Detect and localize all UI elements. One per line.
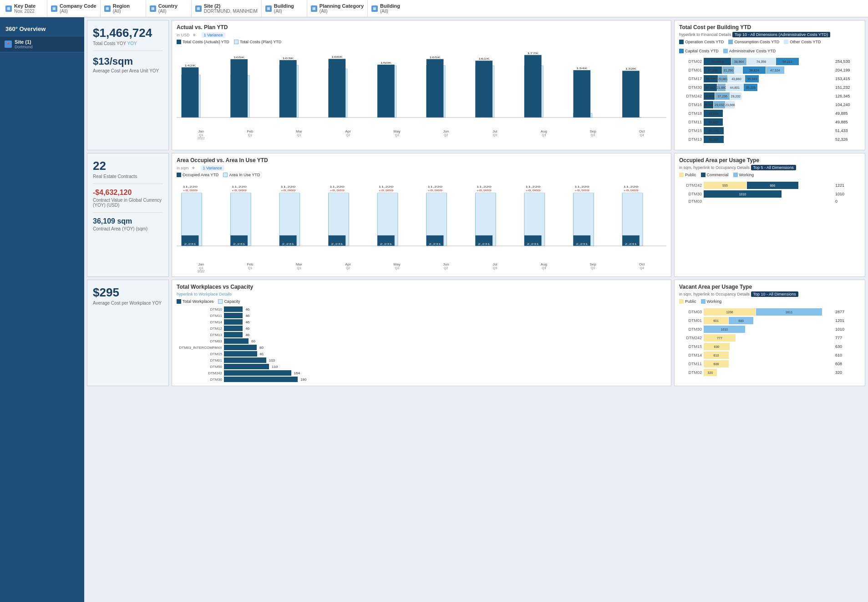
- hbar-building-label: DTM18: [679, 111, 702, 116]
- hbar-total: 52,326: [835, 137, 860, 142]
- filter-item-region[interactable]: ▦ Region (All): [101, 0, 146, 17]
- occupied-top-label[interactable]: Top 5 - All Dimensions: [751, 165, 796, 170]
- x-axis-group: JulQ3: [471, 129, 520, 140]
- chart-header: in USD ✧ 1 Variance: [177, 32, 666, 38]
- hbar-total: 1010: [835, 327, 860, 332]
- svg-text:+8,989: +8,989: [623, 189, 638, 192]
- wp-hyperlink[interactable]: hyperlink to Workplace Details: [177, 292, 666, 296]
- hbar-bars: 52,326: [704, 136, 832, 143]
- occupied-panel-title: Occupied Area per Usage Type: [679, 157, 860, 163]
- svg-text:+8,989: +8,989: [280, 189, 295, 192]
- svg-rect-16: [426, 59, 444, 117]
- hbar-segment-working: 1611: [756, 308, 822, 316]
- wp-workplaces-bar: [224, 370, 291, 376]
- filter-item-company-code[interactable]: ▦ Company Code (All): [47, 0, 101, 17]
- hbar-total: 610: [835, 353, 860, 357]
- filter-item-planning-category[interactable]: ▦ Planning Category (All): [307, 0, 368, 17]
- hbar-building-label: DTM16: [679, 102, 702, 107]
- hbar-total: 126,345: [835, 94, 860, 98]
- hbar-building-label: DTM13: [679, 137, 702, 142]
- wp-row: DTM1581: [177, 351, 666, 357]
- hbar-row: DTM1551,43351,433: [679, 127, 860, 134]
- hbar-row: DTM15630630: [679, 343, 860, 350]
- section3-kpi: $295 Average Cost per Workplace YOY: [87, 280, 169, 386]
- legend-label: Operation Costs YTD: [685, 40, 724, 44]
- hbar-label: DTM242: [679, 183, 702, 188]
- filter-item-key-date[interactable]: ▦ Key Date Nov. 2022: [2, 0, 47, 17]
- filter-item-building2[interactable]: ▦ Building (All): [368, 0, 413, 17]
- svg-rect-19: [475, 61, 492, 117]
- filter-item-country[interactable]: ▦ Country (All): [146, 0, 192, 17]
- legend-item: Operation Costs YTD: [679, 40, 724, 44]
- filter-item-building1[interactable]: ▦ Building (All): [262, 0, 307, 17]
- hbar-segment: 23,881: [718, 75, 727, 82]
- section1-row: $1,466,724 Total Costs YOY YOY $13/sqm A…: [87, 20, 865, 150]
- site-header[interactable]: 📍 Site (1) Dortmund: [0, 36, 84, 52]
- hbar-building-label: DTM242: [679, 336, 702, 340]
- hbar-total: 1201: [835, 318, 860, 323]
- filter-icon-key-date: ▦: [5, 5, 12, 12]
- legend-label: Capacity: [224, 299, 240, 304]
- svg-text:11,220: 11,220: [525, 185, 540, 188]
- site-name: Site (1): [15, 39, 33, 45]
- svg-text:161K: 161K: [478, 57, 490, 61]
- hbar-row: DTM14610610: [679, 352, 860, 359]
- x-axis-group: JanQ12022: [177, 129, 226, 140]
- area-variance-badge[interactable]: 1 Variance: [201, 165, 224, 171]
- filter-value-site: DORTMUND, MANNHEIM: [204, 9, 258, 14]
- hbar-building-label: DTM01: [679, 68, 702, 72]
- legend-label: Commercial: [707, 173, 729, 177]
- site-icon: 📍: [5, 41, 12, 48]
- svg-text:+8,989: +8,989: [330, 189, 345, 192]
- svg-text:11,220: 11,220: [477, 185, 492, 188]
- section3-row: $295 Average Cost per Workplace YOY Tota…: [87, 280, 865, 386]
- wp-workplaces-bar: [224, 332, 243, 337]
- hbar-row: DTM1352,32652,326: [679, 136, 860, 143]
- variance-badge[interactable]: 1 Variance: [202, 32, 225, 38]
- hbar-total: 49,885: [835, 120, 860, 124]
- hbar-building-label: DTM11: [679, 120, 702, 124]
- legend-label: Working: [707, 299, 722, 304]
- svg-text:2,231: 2,231: [282, 242, 294, 245]
- filter-item-site[interactable]: ▦ Site (2) DORTMUND, MANNHEIM: [192, 0, 262, 17]
- filter-value-country: (All): [158, 9, 178, 14]
- hbar-segment: 74,356: [747, 58, 776, 65]
- wp-value: 46: [245, 314, 249, 318]
- wp-value: 46: [245, 327, 249, 331]
- x-axis-group: FebQ1: [226, 129, 275, 140]
- wp-legend: Total WorkplacesCapacity: [177, 299, 666, 304]
- chart-in-label: in USD: [177, 33, 190, 37]
- hbar-segment: 28,815: [704, 92, 715, 100]
- filter-value-company-code: (All): [60, 9, 96, 14]
- cost-per-wp-label: Average Cost per Workplace YOY: [93, 301, 163, 306]
- hbar-bars: 630: [704, 343, 832, 350]
- svg-text:150K: 150K: [380, 61, 391, 64]
- legend-item: Total Costs (Actuals) YTD: [177, 40, 229, 44]
- top-label[interactable]: Top 10 - All Dimensions (Administrative …: [732, 32, 830, 37]
- hbar-segment-public: 630: [704, 343, 730, 350]
- wp-building-label: DTM13: [177, 333, 222, 337]
- vacant-top-label[interactable]: Top 10 - All Dimensions: [751, 291, 798, 297]
- hbar-building-label: DTM30: [679, 327, 702, 332]
- occupied-hbar: DTM2425556661221DTM3010101010DTM030: [679, 180, 860, 207]
- vacant-legend: PublicWorking: [679, 299, 860, 304]
- hbar-segment: 37,236: [715, 92, 730, 100]
- wp-row: DTM03_INTERCOMPANY80: [177, 345, 666, 350]
- cost-per-sqm-value: $13/sqm: [93, 56, 163, 67]
- hbar-segment-commercial: 666: [747, 182, 798, 189]
- filter-icon-building1: ▦: [265, 5, 272, 12]
- hbar-segment: 36,735: [704, 75, 718, 82]
- legend-item: Area In Use YTD: [223, 173, 260, 177]
- legend-label: Total Costs (Actuals) YTD: [183, 40, 229, 44]
- legend-color-box: [177, 173, 181, 177]
- hbar-segment-public: 555: [704, 182, 746, 189]
- x-axis-group: AugQ3: [519, 262, 569, 273]
- legend-item: Total Workplaces: [177, 299, 213, 304]
- wp-value: 81: [260, 352, 264, 356]
- wp-value: 80: [259, 346, 264, 350]
- svg-text:2,231: 2,231: [625, 242, 637, 245]
- hbar-row: DTM242777777: [679, 334, 860, 342]
- filter-icon-site: ▦: [195, 5, 202, 12]
- hbar-label: DTM30: [679, 192, 702, 196]
- wp-workplaces-bar: [224, 338, 249, 344]
